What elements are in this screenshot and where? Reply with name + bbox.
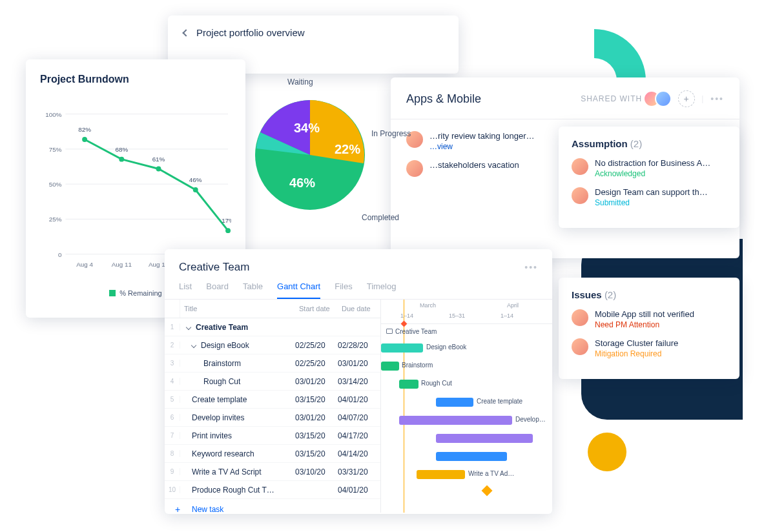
gantt-title: Creative Team — [179, 261, 249, 274]
list-item[interactable]: Design Team can support th…Submitted — [572, 187, 727, 207]
list-item[interactable]: Storage Cluster failureMitigation Requir… — [572, 338, 727, 358]
folder-icon — [386, 329, 393, 334]
avatar — [572, 338, 588, 355]
gantt-bar[interactable] — [436, 434, 533, 443]
gantt-bar[interactable] — [436, 398, 473, 407]
task-table: Title Start date Due date 1Creative Team… — [165, 300, 381, 513]
portfolio-title: Project portfolio overview — [196, 27, 305, 38]
gantt-bar[interactable] — [381, 343, 423, 353]
pie-chart: 34% 22% 46% Waiting In Progress Complete… — [245, 77, 413, 245]
gantt-bar[interactable] — [436, 452, 507, 461]
tab-list[interactable]: List — [179, 281, 192, 299]
col-due: Due date — [338, 300, 380, 318]
table-row[interactable]: 6Develop invites03/01/2004/07/20 — [165, 409, 380, 427]
assumption-title: Assumption — [572, 138, 628, 149]
list-item[interactable]: No distraction for Business A…Acknowledg… — [572, 158, 727, 178]
svg-text:100%: 100% — [45, 111, 61, 118]
svg-text:50%: 50% — [49, 181, 62, 188]
pie-label-inprogress: In Progress — [371, 129, 411, 138]
decorative-yellow-dot — [588, 433, 626, 471]
pie-label-completed: Completed — [362, 213, 399, 222]
plus-icon: + — [170, 504, 185, 515]
tab-gantt[interactable]: Gantt Chart — [277, 281, 320, 299]
avatar — [572, 187, 588, 204]
avatar[interactable] — [655, 90, 672, 107]
tab-files[interactable]: Files — [335, 281, 352, 299]
issues-title: Issues — [572, 289, 602, 300]
table-row[interactable]: 1Creative Team — [165, 318, 380, 336]
table-row[interactable]: 7Print invites03/15/2004/17/20 — [165, 427, 380, 445]
pie-label-waiting: Waiting — [287, 77, 313, 87]
gantt-bar[interactable] — [381, 362, 399, 371]
table-row[interactable]: 5Create template03/15/2004/01/20 — [165, 391, 380, 409]
col-title: Title — [180, 300, 295, 318]
panel-title: Apps & Mobile — [406, 92, 481, 106]
shared-with-label: SHARED WITH — [581, 94, 642, 103]
assumption-card: Assumption (2) No distraction for Busine… — [559, 127, 739, 228]
svg-text:34%: 34% — [294, 121, 320, 135]
svg-text:0: 0 — [58, 251, 62, 258]
table-row[interactable]: 3Brainstorm02/25/2003/01/20 — [165, 354, 380, 373]
back-chevron-icon[interactable] — [182, 29, 189, 36]
expand-icon[interactable] — [186, 324, 191, 329]
tab-table[interactable]: Table — [243, 281, 263, 299]
new-task-button[interactable]: + New task — [165, 499, 380, 520]
gantt-tabs: List Board Table Gantt Chart Files Timel… — [165, 274, 552, 300]
svg-text:61%: 61% — [152, 156, 165, 163]
svg-point-15 — [156, 167, 161, 172]
issues-count: (2) — [604, 289, 616, 300]
avatar — [572, 309, 588, 326]
svg-text:Aug 4: Aug 4 — [76, 261, 93, 268]
svg-point-17 — [225, 228, 231, 233]
tab-timelog[interactable]: Timelog — [367, 281, 397, 299]
issues-card: Issues (2) Mobile App still not verified… — [559, 278, 739, 379]
table-row[interactable]: 2Design eBook02/25/2002/28/20 — [165, 336, 380, 354]
svg-text:75%: 75% — [49, 146, 62, 153]
gantt-card: Creative Team ••• List Board Table Gantt… — [165, 249, 552, 514]
svg-text:68%: 68% — [115, 146, 128, 153]
assumption-count: (2) — [630, 138, 642, 149]
table-row[interactable]: 4Rough Cut03/01/2003/14/20 — [165, 373, 380, 391]
list-item[interactable]: Mobile App still not verifiedNeed PM Att… — [572, 309, 727, 329]
burndown-title: Project Burndown — [40, 74, 231, 85]
expand-icon[interactable] — [191, 342, 196, 347]
more-menu-icon[interactable]: ••• — [710, 94, 724, 104]
table-row[interactable]: 10Produce Rough Cut T…04/01/20 — [165, 481, 380, 499]
shared-avatars — [648, 90, 672, 107]
gantt-bar[interactable] — [399, 380, 418, 389]
svg-text:17%: 17% — [222, 217, 231, 224]
gantt-more-icon[interactable]: ••• — [524, 262, 538, 272]
svg-text:46%: 46% — [189, 176, 202, 183]
table-row[interactable]: 9Write a TV Ad Script03/10/2003/31/20 — [165, 463, 380, 481]
svg-text:Aug 11: Aug 11 — [112, 261, 132, 268]
gantt-timeline[interactable]: March April 1–14 15–31 1–14 Creative Tea… — [381, 300, 552, 513]
svg-point-16 — [193, 187, 198, 192]
svg-text:25%: 25% — [49, 216, 62, 223]
gantt-bar[interactable] — [417, 470, 465, 479]
avatar — [572, 158, 588, 175]
gantt-bar[interactable] — [399, 416, 512, 425]
svg-text:82%: 82% — [78, 126, 91, 133]
svg-point-13 — [82, 137, 87, 142]
svg-text:46%: 46% — [289, 176, 315, 190]
svg-text:22%: 22% — [335, 142, 360, 156]
tab-board[interactable]: Board — [206, 281, 229, 299]
svg-point-14 — [119, 157, 124, 162]
milestone-icon[interactable] — [482, 486, 493, 496]
add-share-button[interactable]: + — [678, 90, 695, 107]
col-start: Start date — [295, 300, 338, 318]
table-row[interactable]: 8Keyword research03/15/2004/14/20 — [165, 445, 380, 463]
